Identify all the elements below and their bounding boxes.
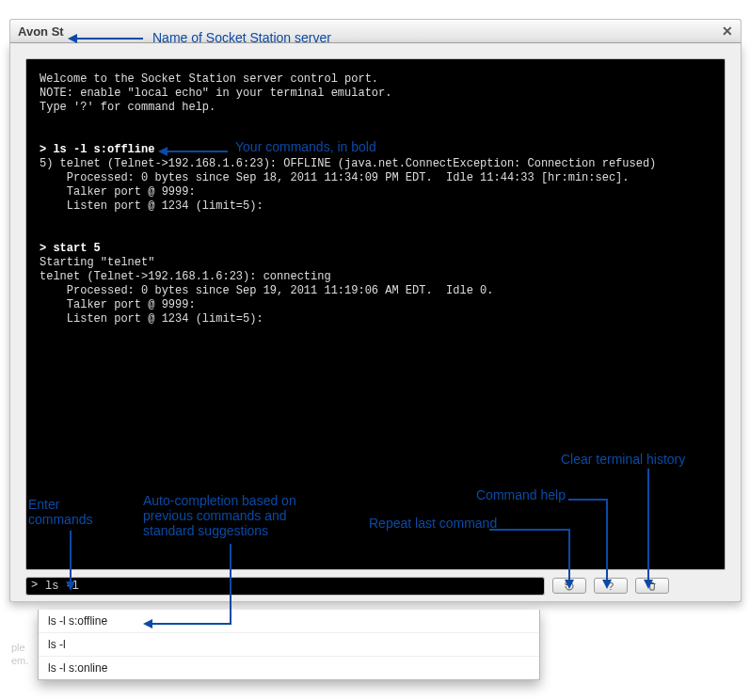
terminal-welcome-0: Welcome to the Socket Station server con…: [40, 72, 378, 86]
autocomplete-item[interactable]: ls -l: [39, 632, 539, 656]
terminal-cmd-0: > ls -l s:offline: [40, 143, 154, 156]
terminal-out-1-3: Talker port @ 9999:: [40, 298, 196, 311]
annot-arrow-head: [602, 580, 612, 589]
app-window: Avon St ✕ Welcome to the Socket Station …: [9, 19, 742, 602]
titlebar: Avon St ✕: [9, 19, 742, 43]
terminal-out-1-2: Processed: 0 bytes since Sep 19, 2011 11…: [40, 284, 494, 297]
annot-arrow: [77, 38, 143, 40]
autocomplete-item[interactable]: ls -l s:online: [39, 656, 539, 679]
annot-arrow-head: [68, 34, 77, 43]
autocomplete-item[interactable]: ls -l s:offline: [39, 610, 539, 632]
command-input[interactable]: [25, 577, 545, 596]
annot-arrow: [489, 529, 568, 531]
content-wrap: Welcome to the Socket Station server con…: [9, 43, 742, 602]
annot-arrow-head: [158, 147, 168, 156]
annot-arrow-head: [143, 619, 152, 628]
terminal-welcome-2: Type '?' for command help.: [40, 101, 215, 114]
terminal-out-0-3: Listen port @ 1234 (limit=5):: [40, 199, 263, 213]
annot-arrow: [647, 469, 649, 581]
annot-arrow-head: [644, 580, 653, 589]
annot-arrow: [168, 151, 228, 152]
window-title: Avon St: [18, 24, 64, 39]
autocomplete-popup: ls -l s:offline ls -l ls -l s:online: [38, 610, 540, 680]
terminal-cmd-1: > start 5: [40, 242, 101, 255]
annot-arrow-head: [565, 580, 574, 589]
command-row: > ?: [25, 576, 726, 596]
annot-arrow: [568, 529, 570, 581]
annot-arrow: [230, 544, 231, 625]
bg-hint-left: ple: [11, 642, 25, 653]
terminal-out-0-0: 5) telnet (Telnet->192.168.1.6:23): OFFL…: [40, 157, 656, 170]
close-icon[interactable]: ✕: [722, 24, 733, 39]
terminal-welcome-1: NOTE: enable "local echo" in your termin…: [40, 87, 391, 100]
terminal-out-1-0: Starting "telnet": [40, 256, 154, 269]
command-input-wrap: >: [25, 576, 545, 596]
bg-hint-right: em.: [11, 655, 28, 666]
terminal-out-0-2: Talker port @ 9999:: [40, 185, 196, 199]
terminal-out-1-4: Listen port @ 1234 (limit=5):: [40, 312, 263, 326]
annot-arrow-head: [66, 581, 75, 591]
annot-arrow: [70, 531, 72, 583]
annot-arrow: [152, 623, 231, 625]
terminal-out-1-1: telnet (Telnet->192.168.1.6:23): connect…: [40, 270, 331, 283]
annot-arrow: [568, 499, 606, 501]
terminal-out-0-1: Processed: 0 bytes since Sep 18, 2011 11…: [40, 171, 630, 184]
terminal-output: Welcome to the Socket Station server con…: [25, 58, 726, 570]
annot-arrow: [606, 499, 608, 581]
